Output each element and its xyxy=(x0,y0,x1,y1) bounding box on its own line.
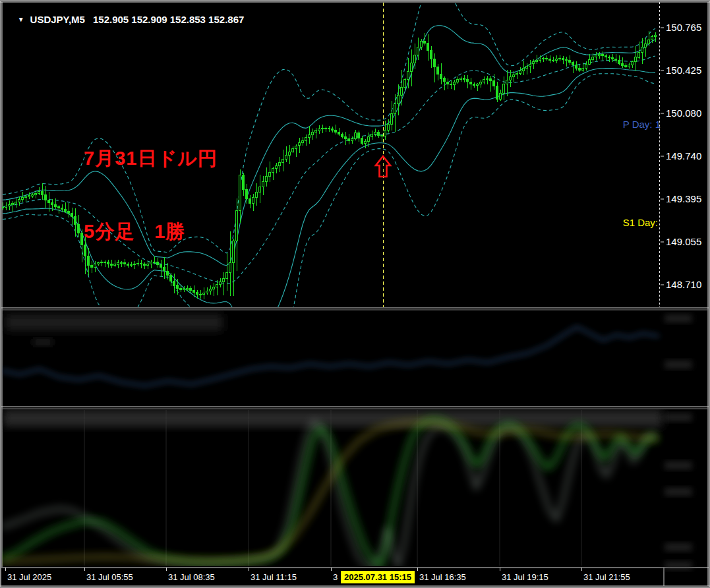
trade-annotation: 7月31日ドル円 5分足 1勝 xyxy=(84,98,218,293)
price-axis-ticks xyxy=(661,28,664,285)
pivot-s1-day-label: S1 Day: xyxy=(613,217,658,228)
time-tick-label: 31 Jul 08:35 xyxy=(168,572,215,582)
symbol-label: USDJPY,M5 xyxy=(30,14,85,25)
pane2-main-line xyxy=(1,419,657,566)
indicator-pane-1[interactable] xyxy=(1,311,659,405)
lower-right-axis-blur xyxy=(661,310,692,570)
annotation-line2: 5分足 1勝 xyxy=(84,220,218,244)
time-tick-label: 31 Jul 19:15 xyxy=(502,572,548,582)
pane2-redacted-label xyxy=(3,410,663,426)
pane1-redacted-label xyxy=(5,314,223,331)
pane-splitter-1[interactable] xyxy=(1,308,709,310)
time-tick-label: 31 Jul 2025 xyxy=(7,572,51,582)
price-tick-label: 149.740 xyxy=(666,150,701,162)
time-axis-ticks xyxy=(6,568,582,571)
chart-canvas[interactable] xyxy=(0,0,710,588)
time-tick-label: 31 Jul 11:15 xyxy=(251,572,297,582)
price-tick-label: 150.765 xyxy=(666,22,701,33)
price-tick-label: 150.080 xyxy=(666,107,701,119)
chart-title: ▼USDJPY,M5152.905 152.909 152.853 152.86… xyxy=(7,3,244,36)
annotation-line1: 7月31日ドル円 xyxy=(84,146,218,171)
pane1-indicator-line xyxy=(1,327,659,386)
window-borders xyxy=(0,0,710,588)
time-tick-label: 31 Jul 21:55 xyxy=(583,572,630,582)
price-tick-label: 149.395 xyxy=(666,193,701,204)
pane2-gridlines xyxy=(84,410,581,566)
price-tick-label: 149.055 xyxy=(666,236,701,247)
price-tick-label: 150.425 xyxy=(666,65,701,76)
mt4-chart-window: ▼USDJPY,M5152.905 152.909 152.853 152.86… xyxy=(0,0,710,588)
pivot-p-day-label: P Day: 1 xyxy=(613,119,661,130)
time-tick-label: 3 xyxy=(333,572,338,582)
ohlc-values: 152.905 152.909 152.853 152.867 xyxy=(93,14,244,25)
pane1-redacted-tag xyxy=(33,339,53,345)
time-tick-label: 31 Jul 05:55 xyxy=(86,572,133,582)
buy-arrow-icon xyxy=(376,156,390,177)
time-tick-label: 31 Jul 16:35 xyxy=(419,572,466,582)
pane-splitter-2[interactable] xyxy=(1,407,709,409)
price-tick-label: 148.710 xyxy=(666,279,701,290)
indicator-pane-2[interactable] xyxy=(1,410,663,567)
highlighted-time-label: 2025.07.31 15:15 xyxy=(341,571,415,583)
collapse-arrow-icon[interactable]: ▼ xyxy=(18,16,24,23)
